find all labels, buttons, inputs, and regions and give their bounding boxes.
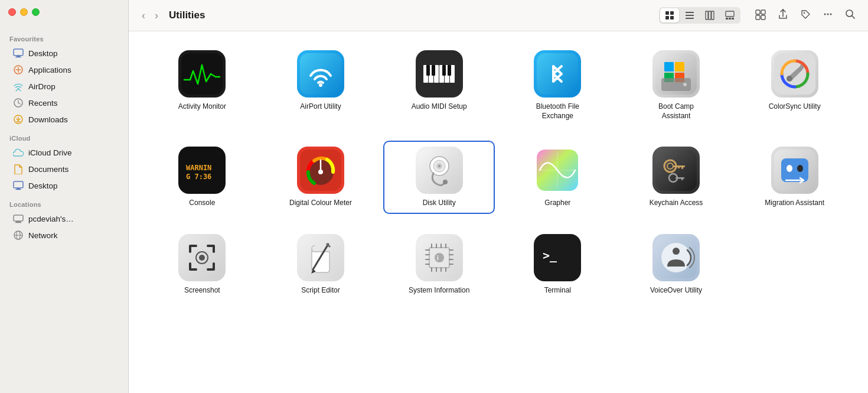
app-item-script-editor[interactable]: Script Editor xyxy=(266,229,376,300)
activity-monitor-icon xyxy=(178,50,226,98)
sidebar-item-desktop2[interactable]: Desktop xyxy=(4,177,125,194)
sidebar-section-locations: Locations xyxy=(0,194,128,210)
app-item-airport-utility[interactable]: AirPort Utility xyxy=(266,46,376,125)
app-item-bluetooth[interactable]: Bluetooth File Exchange xyxy=(503,46,612,125)
sidebar-item-airdrop-label: AirDrop xyxy=(28,82,56,91)
app-item-bootcamp[interactable]: Boot Camp Assistant xyxy=(622,46,731,125)
sidebar-item-network-label: Network xyxy=(28,231,58,240)
svg-point-96 xyxy=(787,165,792,172)
app-item-audio-midi[interactable]: Audio MIDI Setup xyxy=(384,46,494,125)
svg-rect-27 xyxy=(706,11,708,20)
sidebar-item-downloads[interactable]: Downloads xyxy=(4,111,125,128)
grapher-label: Grapher xyxy=(544,199,570,208)
svg-rect-23 xyxy=(670,16,674,20)
sidebar-item-applications[interactable]: Applications xyxy=(4,61,125,78)
svg-rect-93 xyxy=(681,177,683,180)
svg-rect-90 xyxy=(678,165,680,168)
sidebar-item-icloud-drive-label: iCloud Drive xyxy=(28,148,72,157)
computer-icon xyxy=(13,213,24,224)
svg-rect-13 xyxy=(15,189,21,190)
app-item-screenshot[interactable]: Screenshot xyxy=(148,229,257,300)
sidebar-item-icloud-drive[interactable]: iCloud Drive xyxy=(4,144,125,161)
sidebar-item-desktop[interactable]: Desktop xyxy=(4,45,125,61)
toolbar: ‹ › Utilities xyxy=(129,0,868,31)
sidebar-item-network[interactable]: Network xyxy=(4,227,125,243)
svg-point-6 xyxy=(18,88,19,90)
system-info-icon: i xyxy=(416,234,463,281)
toolbar-right xyxy=(752,6,859,25)
svg-rect-20 xyxy=(665,11,669,15)
script-editor-icon xyxy=(297,234,344,281)
script-editor-label: Script Editor xyxy=(301,286,340,295)
svg-rect-25 xyxy=(686,15,694,16)
app-item-digital-colour[interactable]: Digital Colour Meter xyxy=(266,142,376,213)
svg-rect-92 xyxy=(676,177,684,179)
sidebar-item-downloads-label: Downloads xyxy=(28,115,68,124)
recents-icon xyxy=(13,98,24,108)
svg-rect-60 xyxy=(664,62,674,72)
app-item-grapher[interactable]: Grapher xyxy=(503,142,612,213)
svg-point-122 xyxy=(435,253,444,262)
app-item-terminal[interactable]: >_ Terminal xyxy=(503,229,612,300)
sidebar-item-recents-label: Recents xyxy=(28,99,58,108)
back-button[interactable]: ‹ xyxy=(138,9,149,22)
app-item-migration[interactable]: Migration Assistant xyxy=(740,142,849,213)
sidebar-item-applications-label: Applications xyxy=(28,66,71,74)
svg-rect-56 xyxy=(442,65,446,76)
view-controls xyxy=(659,7,740,24)
forward-button[interactable]: › xyxy=(151,9,162,22)
screenshot-label: Screenshot xyxy=(184,286,220,295)
svg-rect-30 xyxy=(726,11,734,17)
view-grid-button[interactable] xyxy=(660,8,679,22)
view-columns-button[interactable] xyxy=(700,8,719,22)
maximize-button[interactable] xyxy=(32,8,40,16)
svg-point-100 xyxy=(199,255,205,261)
svg-point-80 xyxy=(438,165,440,167)
airport-utility-icon xyxy=(297,50,344,98)
svg-rect-0 xyxy=(14,49,23,56)
app-item-disk-utility[interactable]: Disk Utility xyxy=(384,142,494,213)
disk-utility-icon xyxy=(416,147,463,194)
downloads-icon xyxy=(13,114,24,125)
svg-point-81 xyxy=(443,180,448,184)
view-gallery-button[interactable] xyxy=(720,8,739,22)
arrange-button[interactable] xyxy=(752,6,769,25)
app-item-keychain[interactable]: Keychain Access xyxy=(622,142,731,213)
close-button[interactable] xyxy=(8,8,16,16)
svg-text:WARNIN: WARNIN xyxy=(186,164,211,172)
svg-rect-16 xyxy=(15,222,22,223)
app-item-system-info[interactable]: i System Information xyxy=(384,229,494,300)
bluetooth-label: Bluetooth File Exchange xyxy=(525,102,590,121)
sidebar-item-documents[interactable]: Documents xyxy=(4,161,125,177)
svg-rect-57 xyxy=(448,65,451,76)
app-item-activity-monitor[interactable]: Activity Monitor xyxy=(148,46,257,125)
search-button[interactable] xyxy=(842,6,859,25)
keychain-label: Keychain Access xyxy=(650,199,703,208)
svg-rect-26 xyxy=(686,18,694,19)
view-list-button[interactable] xyxy=(680,8,699,22)
svg-rect-1 xyxy=(17,56,20,57)
svg-rect-85 xyxy=(655,150,697,191)
sidebar-item-computer[interactable]: pcdeviah's… xyxy=(4,210,125,227)
app-item-colorsync[interactable]: ColorSync Utility xyxy=(740,46,849,125)
svg-rect-58 xyxy=(537,53,578,95)
svg-rect-21 xyxy=(670,11,674,15)
svg-point-127 xyxy=(661,243,691,272)
minimize-button[interactable] xyxy=(20,8,28,16)
svg-point-65 xyxy=(683,83,687,86)
app-item-console[interactable]: WARNIN G 7:36 Console xyxy=(148,142,257,213)
svg-point-38 xyxy=(804,12,805,14)
share-button[interactable] xyxy=(775,6,791,25)
svg-rect-28 xyxy=(709,11,711,20)
bluetooth-icon xyxy=(534,50,581,98)
documents-icon xyxy=(13,164,24,174)
tag-button[interactable] xyxy=(797,6,814,25)
app-item-voiceover[interactable]: VoiceOver Utility xyxy=(622,229,731,300)
svg-rect-89 xyxy=(681,165,683,169)
sidebar-item-recents[interactable]: Recents xyxy=(4,95,125,111)
migration-icon xyxy=(771,147,818,194)
more-button[interactable] xyxy=(820,6,836,25)
nav-buttons: ‹ › xyxy=(138,9,162,22)
sidebar-item-airdrop[interactable]: AirDrop xyxy=(4,78,125,95)
svg-point-41 xyxy=(830,14,832,15)
